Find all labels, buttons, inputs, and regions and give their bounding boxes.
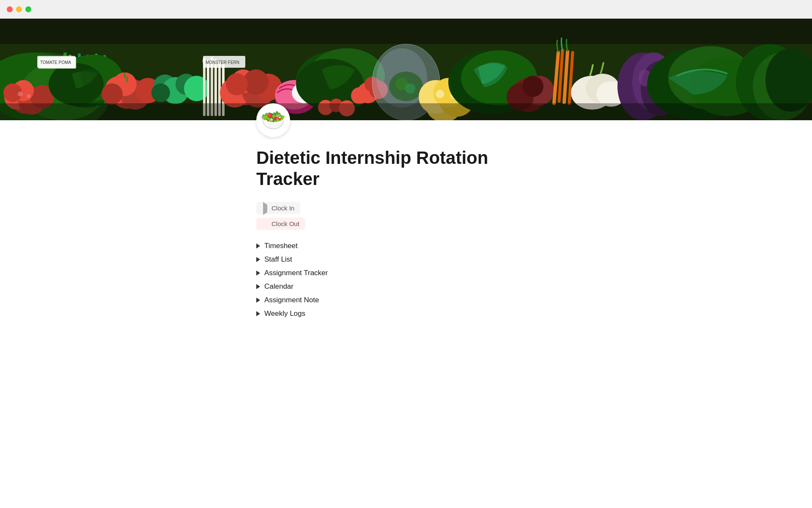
svg-point-12 bbox=[27, 94, 31, 98]
nav-label-assignment-note: Assignment Note bbox=[264, 296, 319, 304]
nav-label-staff-list: Staff List bbox=[264, 255, 292, 264]
nav-item-timesheet[interactable]: Timesheet bbox=[256, 240, 556, 252]
clock-out-button[interactable]: Clock Out bbox=[256, 218, 305, 230]
nav-arrow-icon bbox=[256, 311, 260, 316]
svg-point-11 bbox=[18, 91, 23, 97]
title-bar bbox=[0, 0, 812, 19]
action-buttons: Clock In Clock Out bbox=[256, 202, 556, 230]
nav-item-weekly-logs[interactable]: Weekly Logs bbox=[256, 308, 556, 320]
nav-arrow-icon bbox=[256, 298, 260, 303]
clock-in-label: Clock In bbox=[272, 204, 294, 212]
nav-arrow-icon bbox=[256, 271, 260, 276]
nav-arrow-icon bbox=[256, 284, 260, 289]
svg-point-55 bbox=[226, 73, 248, 95]
svg-point-75 bbox=[405, 83, 415, 94]
nav-item-assignment-note[interactable]: Assignment Note bbox=[256, 294, 556, 306]
svg-point-31 bbox=[102, 83, 123, 105]
nav-label-weekly-logs: Weekly Logs bbox=[264, 309, 305, 318]
nav-label-calendar: Calendar bbox=[264, 282, 294, 291]
page-content: 🥗 Dietetic Internship Rotation Tracker C… bbox=[216, 103, 596, 320]
nav-item-staff-list[interactable]: Staff List bbox=[256, 254, 556, 265]
svg-point-38 bbox=[151, 83, 170, 102]
svg-rect-1 bbox=[0, 19, 812, 44]
nav-label-assignment-tracker: Assignment Tracker bbox=[264, 269, 328, 277]
svg-point-87 bbox=[522, 76, 543, 97]
clock-in-button[interactable]: Clock In bbox=[256, 202, 300, 214]
clock-out-label: Clock Out bbox=[272, 220, 299, 227]
nav-item-assignment-tracker[interactable]: Assignment Tracker bbox=[256, 267, 556, 279]
nav-item-calendar[interactable]: Calendar bbox=[256, 281, 556, 293]
nav-arrow-icon bbox=[256, 243, 260, 248]
nav-list: TimesheetStaff ListAssignment TrackerCal… bbox=[256, 240, 556, 320]
nav-arrow-icon bbox=[256, 257, 260, 262]
svg-rect-109 bbox=[0, 103, 812, 120]
minimize-button[interactable] bbox=[16, 6, 22, 12]
play-icon bbox=[262, 205, 268, 211]
page-icon: 🥗 bbox=[256, 103, 290, 137]
svg-point-69 bbox=[351, 87, 368, 104]
maximize-button[interactable] bbox=[25, 6, 31, 12]
nav-label-timesheet: Timesheet bbox=[264, 242, 298, 250]
banner-image: TOMATE POMA MONSTER FERN bbox=[0, 19, 812, 120]
page-title: Dietetic Internship Rotation Tracker bbox=[256, 147, 556, 190]
stop-icon bbox=[262, 221, 268, 226]
svg-text:TOMATE POMA: TOMATE POMA bbox=[40, 60, 71, 65]
close-button[interactable] bbox=[7, 6, 13, 12]
svg-text:MONSTER FERN: MONSTER FERN bbox=[206, 60, 239, 65]
svg-point-80 bbox=[436, 90, 444, 98]
